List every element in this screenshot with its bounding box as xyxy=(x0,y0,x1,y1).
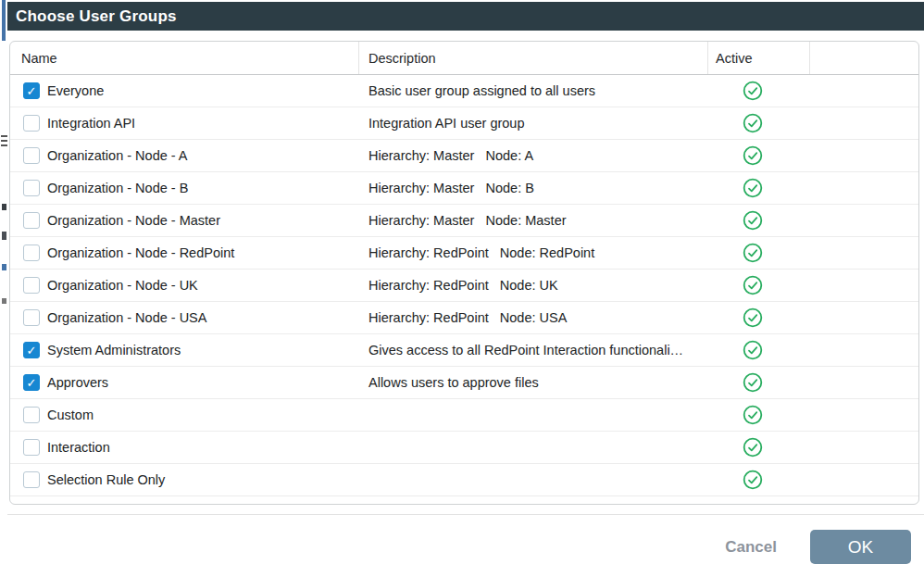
row-checkbox[interactable] xyxy=(23,277,40,294)
name-cell: Custom xyxy=(10,399,359,431)
name-cell: Selection Rule Only xyxy=(10,464,359,495)
row-name-label: System Administrators xyxy=(47,343,181,357)
table-row[interactable]: Approvers Allows users to approve files xyxy=(10,367,918,399)
table-row[interactable]: Organization - Node - UK Hierarchy: RedP… xyxy=(10,270,918,302)
dialog-footer: Cancel OK xyxy=(725,530,911,564)
table-row[interactable]: Interaction xyxy=(10,432,918,464)
circle-check-icon xyxy=(743,275,763,295)
background-edge-artifact xyxy=(1,144,7,146)
table-row[interactable]: Organization - Node - USA Hierarchy: Red… xyxy=(10,302,918,334)
dialog-title: Choose User Groups xyxy=(7,7,177,26)
table-row[interactable]: Custom xyxy=(10,399,918,432)
footer-divider xyxy=(7,514,924,515)
table-body: Everyone Basic user group assigned to al… xyxy=(10,75,918,496)
name-cell: Organization - Node - B xyxy=(10,172,359,204)
row-name-label: Organization - Node - USA xyxy=(47,310,206,325)
circle-check-icon xyxy=(743,470,763,490)
active-cell xyxy=(708,399,810,431)
empty-cell xyxy=(810,140,918,171)
table-row[interactable]: Everyone Basic user group assigned to al… xyxy=(10,75,918,107)
row-name-label: Approvers xyxy=(47,375,108,390)
row-name-label: Selection Rule Only xyxy=(47,472,165,487)
circle-check-icon xyxy=(743,145,763,166)
cancel-button[interactable]: Cancel xyxy=(725,538,777,557)
row-checkbox[interactable] xyxy=(23,309,40,326)
table-row[interactable]: Organization - Node - A Hierarchy: Maste… xyxy=(10,140,918,172)
row-checkbox[interactable] xyxy=(23,212,40,229)
row-checkbox[interactable] xyxy=(23,374,40,391)
name-cell: Organization - Node - Master xyxy=(10,205,359,236)
row-checkbox[interactable] xyxy=(23,439,40,456)
active-cell xyxy=(708,432,810,463)
active-cell xyxy=(708,237,810,269)
row-description xyxy=(359,432,708,463)
active-cell xyxy=(708,140,810,171)
table-header-row: Name Description Active xyxy=(10,42,918,75)
row-checkbox[interactable] xyxy=(23,82,40,99)
empty-cell xyxy=(810,172,918,204)
name-cell: Organization - Node - RedPoint xyxy=(10,237,359,269)
row-description: Gives access to all RedPoint Interaction… xyxy=(359,334,708,366)
empty-cell xyxy=(810,270,918,301)
circle-check-icon xyxy=(743,81,763,101)
name-cell: Organization - Node - UK xyxy=(10,270,359,301)
background-edge-artifact xyxy=(2,298,6,304)
background-edge-artifact xyxy=(2,264,6,270)
name-cell: Interaction xyxy=(10,432,359,463)
table-row[interactable]: Selection Rule Only xyxy=(10,464,918,496)
ok-button[interactable]: OK xyxy=(810,530,911,564)
table-row[interactable]: Integration API Integration API user gro… xyxy=(10,107,918,140)
dialog-header: Choose User Groups xyxy=(7,2,924,31)
row-name-label: Everyone xyxy=(47,83,104,98)
row-description xyxy=(359,464,708,495)
background-edge-artifact xyxy=(1,140,7,142)
circle-check-icon xyxy=(743,437,763,458)
table-row[interactable]: Organization - Node - RedPoint Hierarchy… xyxy=(10,237,918,270)
row-description: Integration API user group xyxy=(359,107,708,139)
row-name-label: Organization - Node - RedPoint xyxy=(47,245,234,260)
column-header-name: Name xyxy=(10,42,359,74)
active-cell xyxy=(708,75,810,107)
user-groups-table: Name Description Active Everyone Basic u… xyxy=(9,41,919,505)
circle-check-icon xyxy=(743,372,763,393)
active-cell xyxy=(708,334,810,366)
row-checkbox[interactable] xyxy=(23,342,40,358)
row-checkbox[interactable] xyxy=(23,407,40,423)
row-name-label: Organization - Node - B xyxy=(47,181,188,195)
table-row[interactable]: Organization - Node - Master Hierarchy: … xyxy=(10,205,918,237)
active-cell xyxy=(708,172,810,204)
circle-check-icon xyxy=(743,113,763,133)
empty-cell xyxy=(810,367,918,398)
row-name-label: Custom xyxy=(47,408,94,422)
row-description: Hierarchy: Master Node: B xyxy=(359,172,708,204)
empty-cell xyxy=(810,302,918,333)
column-header-active: Active xyxy=(708,42,810,74)
row-name-label: Organization - Node - UK xyxy=(47,278,198,293)
name-cell: Organization - Node - A xyxy=(10,140,359,171)
row-checkbox[interactable] xyxy=(23,115,40,132)
name-cell: Everyone xyxy=(10,75,359,107)
row-checkbox[interactable] xyxy=(23,245,40,261)
background-edge-artifact xyxy=(2,0,6,41)
active-cell xyxy=(708,367,810,398)
empty-cell xyxy=(810,432,918,463)
empty-cell xyxy=(810,107,918,139)
name-cell: System Administrators xyxy=(10,334,359,366)
row-checkbox[interactable] xyxy=(23,471,40,488)
row-checkbox[interactable] xyxy=(23,180,40,196)
empty-cell xyxy=(810,75,918,107)
table-row[interactable]: Organization - Node - B Hierarchy: Maste… xyxy=(10,172,918,205)
row-checkbox[interactable] xyxy=(23,147,40,164)
table-row[interactable]: System Administrators Gives access to al… xyxy=(10,334,918,367)
circle-check-icon xyxy=(743,178,763,198)
row-description: Hierarchy: Master Node: A xyxy=(359,140,708,171)
active-cell xyxy=(708,205,810,236)
page-background: Choose User Groups Name Description Acti… xyxy=(0,0,924,577)
row-description: Hierarchy: RedPoint Node: UK xyxy=(359,270,708,301)
empty-cell xyxy=(810,334,918,366)
column-header-empty xyxy=(810,42,918,74)
row-description: Hierarchy: Master Node: Master xyxy=(359,205,708,236)
background-edge-artifact xyxy=(1,135,7,137)
circle-check-icon xyxy=(743,210,763,231)
background-edge-artifact xyxy=(2,204,6,210)
